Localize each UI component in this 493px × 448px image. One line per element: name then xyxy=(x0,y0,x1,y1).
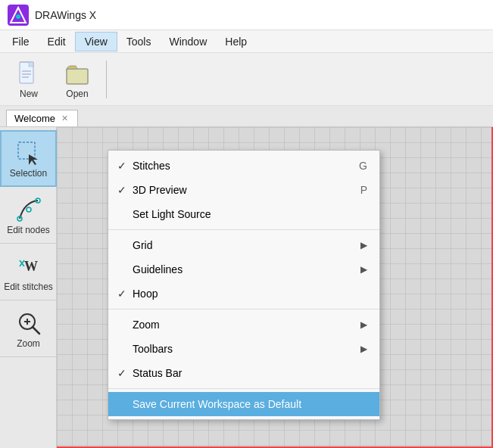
view-menu-dropdown: ✓ Stitches G ✓ 3D Preview P Set Light So… xyxy=(108,150,380,420)
open-icon xyxy=(64,60,91,87)
menu-item-stitches[interactable]: ✓ Stitches G xyxy=(108,154,379,178)
tool-selection[interactable]: Selection xyxy=(0,130,57,187)
tool-edit-nodes[interactable]: Edit nodes xyxy=(0,187,57,244)
menu-view[interactable]: View xyxy=(75,32,117,51)
new-button[interactable]: New xyxy=(6,57,51,102)
menu-item-3d-preview[interactable]: ✓ 3D Preview P xyxy=(108,178,379,202)
menu-item-toolbars[interactable]: Toolbars ▶ xyxy=(108,337,379,361)
new-icon xyxy=(15,60,42,87)
svg-point-2 xyxy=(16,14,20,19)
tool-edit-nodes-label: Edit nodes xyxy=(7,225,50,235)
svg-rect-9 xyxy=(67,69,88,84)
label-light-source: Set Light Source xyxy=(133,208,367,220)
menu-item-save-workspace[interactable]: Save Current Workspace as Default xyxy=(108,392,379,416)
zoom-tool-icon xyxy=(14,308,44,338)
tool-panel: Selection Edit nodes W Edit xyxy=(0,127,57,448)
tab-welcome[interactable]: Welcome ✕ xyxy=(6,110,78,126)
tool-zoom-label: Zoom xyxy=(17,338,40,349)
open-button[interactable]: Open xyxy=(55,57,100,102)
checkmark-stitches: ✓ xyxy=(117,160,133,172)
label-status-bar: Status Bar xyxy=(133,367,367,379)
checkmark-3d-preview: ✓ xyxy=(117,184,133,196)
open-label: Open xyxy=(66,89,88,99)
separator-2 xyxy=(108,309,379,310)
tool-selection-label: Selection xyxy=(10,168,47,179)
dropdown-menu-container: ✓ Stitches G ✓ 3D Preview P Set Light So… xyxy=(108,150,380,420)
arrow-grid: ▶ xyxy=(360,240,367,250)
tool-edit-stitches[interactable]: W Edit stitches xyxy=(0,244,57,300)
label-3d-preview: 3D Preview xyxy=(133,184,345,196)
label-guidelines: Guidelines xyxy=(133,263,354,275)
label-grid: Grid xyxy=(133,239,354,251)
app-title: DRAWings X xyxy=(35,9,96,21)
edit-stitches-icon: W xyxy=(14,251,44,282)
menu-help[interactable]: Help xyxy=(216,33,256,51)
svg-rect-10 xyxy=(18,142,35,159)
menu-edit[interactable]: Edit xyxy=(39,33,75,51)
tab-close-icon[interactable]: ✕ xyxy=(61,114,68,123)
svg-marker-11 xyxy=(29,154,38,165)
arrow-toolbars: ▶ xyxy=(360,344,367,354)
app-logo xyxy=(8,5,29,26)
svg-rect-5 xyxy=(29,62,33,67)
new-label: New xyxy=(20,89,38,99)
main-area: Selection Edit nodes W Edit xyxy=(0,127,493,448)
menu-window[interactable]: Window xyxy=(160,33,216,51)
tab-bar: Welcome ✕ xyxy=(0,106,493,127)
menu-file[interactable]: File xyxy=(3,33,39,51)
menu-item-set-light-source[interactable]: Set Light Source xyxy=(108,202,379,226)
label-stitches: Stitches xyxy=(133,160,344,172)
menu-item-status-bar[interactable]: ✓ Status Bar xyxy=(108,361,379,385)
checkmark-status-bar: ✓ xyxy=(117,367,133,379)
separator-3 xyxy=(108,388,379,389)
label-zoom: Zoom xyxy=(133,319,354,331)
selection-icon xyxy=(14,138,44,168)
checkmark-hoop: ✓ xyxy=(117,288,133,300)
tool-edit-stitches-label: Edit stitches xyxy=(4,282,53,292)
menu-bar: File Edit View Tools Window Help xyxy=(0,30,493,53)
label-hoop: Hoop xyxy=(133,288,367,300)
main-toolbar: New Open xyxy=(0,53,493,106)
edit-nodes-icon xyxy=(14,194,44,225)
shortcut-stitches: G xyxy=(359,160,367,172)
tool-zoom[interactable]: Zoom xyxy=(0,300,57,357)
menu-item-grid[interactable]: Grid ▶ xyxy=(108,233,379,257)
menu-item-zoom[interactable]: Zoom ▶ xyxy=(108,313,379,337)
shortcut-3d-preview: P xyxy=(360,184,367,196)
menu-tools[interactable]: Tools xyxy=(117,33,161,51)
label-toolbars: Toolbars xyxy=(133,343,354,355)
title-bar: DRAWings X xyxy=(0,0,493,30)
separator-1 xyxy=(108,229,379,230)
menu-item-hoop[interactable]: ✓ Hoop xyxy=(108,282,379,306)
svg-line-19 xyxy=(33,327,39,334)
toolbar-separator xyxy=(106,61,107,98)
menu-item-guidelines[interactable]: Guidelines ▶ xyxy=(108,257,379,282)
label-save-workspace: Save Current Workspace as Default xyxy=(133,398,367,410)
arrow-zoom: ▶ xyxy=(360,319,367,330)
arrow-guidelines: ▶ xyxy=(360,264,367,275)
svg-point-13 xyxy=(27,207,31,212)
svg-text:W: W xyxy=(24,259,38,274)
tab-welcome-label: Welcome xyxy=(14,113,55,124)
